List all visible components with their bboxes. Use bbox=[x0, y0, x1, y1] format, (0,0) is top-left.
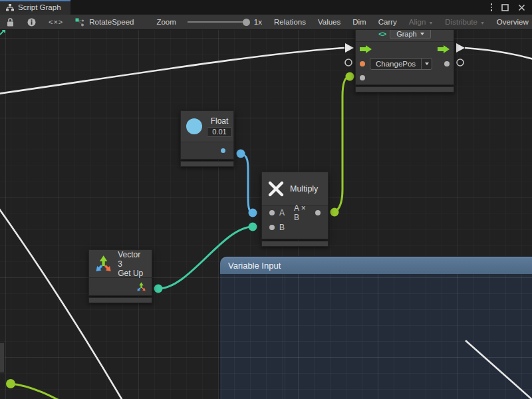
vector3-output-port-icon[interactable] bbox=[136, 282, 146, 292]
info-button[interactable] bbox=[21, 15, 43, 29]
float-node-title: Float bbox=[211, 116, 229, 126]
tab-bar: Script Graph bbox=[0, 0, 532, 15]
org-chart-icon bbox=[6, 4, 14, 11]
multiply-x-icon bbox=[267, 180, 285, 198]
vector3-node-subtitle: Get Up bbox=[118, 269, 146, 278]
kebab-menu-icon[interactable] bbox=[491, 3, 493, 11]
input-b-label: B bbox=[279, 223, 285, 232]
chevron-down-icon: ▼ bbox=[480, 21, 485, 25]
offscreen-node-fragment[interactable] bbox=[0, 342, 5, 373]
toolbar: <×> RotateSpeed Zoom 1x Relations Values… bbox=[0, 15, 532, 30]
event-node[interactable]: <> Graph ChangePos bbox=[355, 25, 454, 92]
zoom-slider[interactable] bbox=[182, 15, 254, 29]
toolbar-button-overview[interactable]: Overview bbox=[491, 15, 532, 29]
multiply-node[interactable]: Multiply A A × B B bbox=[261, 172, 329, 247]
multiply-node-title: Multiply bbox=[290, 184, 318, 194]
input-b-port[interactable] bbox=[269, 225, 275, 230]
chevron-down-icon: ▼ bbox=[428, 21, 433, 25]
float-node[interactable]: Float 0.01 bbox=[180, 110, 234, 167]
mini-graph-icon bbox=[75, 18, 84, 27]
input-a-label: A bbox=[279, 208, 285, 217]
group-panel-header[interactable]: Variable Input bbox=[220, 257, 532, 274]
value-port-in[interactable] bbox=[360, 75, 365, 80]
toolbar-button-values[interactable]: Values bbox=[312, 15, 346, 29]
graph-brackets-icon: <> bbox=[378, 30, 386, 38]
variable-dropdown-value: ChangePos bbox=[370, 60, 421, 68]
lock-icon bbox=[7, 18, 14, 27]
code-view-button[interactable]: <×> bbox=[43, 15, 69, 29]
group-panel-body bbox=[220, 274, 532, 399]
tab-label: Script Graph bbox=[18, 3, 61, 11]
zoom-label: Zoom bbox=[150, 15, 182, 29]
toolbar-button-dim[interactable]: Dim bbox=[346, 15, 372, 29]
graph-reference-label: RotateSpeed bbox=[89, 18, 134, 26]
close-icon[interactable] bbox=[518, 4, 525, 11]
float-output-port[interactable] bbox=[221, 148, 225, 153]
vector3-node-footer bbox=[88, 297, 152, 303]
graph-dropdown-label: Graph bbox=[396, 30, 417, 38]
zoom-slider-handle[interactable] bbox=[243, 19, 250, 26]
control-in-arrow-icon[interactable] bbox=[360, 45, 372, 53]
float-node-footer bbox=[180, 161, 234, 167]
toolbar-button-carry[interactable]: Carry bbox=[372, 15, 403, 29]
chevron-down-icon bbox=[420, 33, 424, 35]
zoom-level: 1x bbox=[254, 15, 268, 29]
script-graph-window: Variable Input bbox=[0, 0, 532, 399]
group-panel-title: Variable Input bbox=[228, 261, 281, 271]
toolbar-button-relations[interactable]: Relations bbox=[268, 15, 312, 29]
lock-button[interactable] bbox=[0, 15, 21, 29]
control-out-arrow-icon[interactable] bbox=[438, 45, 450, 53]
tab-script-graph[interactable]: Script Graph bbox=[0, 0, 70, 15]
graph-reference-button[interactable]: RotateSpeed bbox=[69, 15, 140, 29]
value-port-out[interactable] bbox=[444, 61, 450, 66]
zoom-slider-track[interactable] bbox=[188, 21, 249, 23]
group-panel-variable-input[interactable]: Variable Input bbox=[220, 257, 532, 399]
info-circle-icon bbox=[27, 18, 36, 27]
vector3-node-title: Vector 3 bbox=[118, 250, 146, 269]
vector3-getup-node[interactable]: Vector 3 Get Up bbox=[88, 249, 152, 303]
code-icon: <×> bbox=[49, 18, 63, 26]
value-port-orange[interactable] bbox=[360, 61, 365, 66]
multiply-node-footer bbox=[261, 241, 329, 247]
input-a-port[interactable] bbox=[269, 210, 275, 215]
three-arrows-icon bbox=[94, 255, 112, 273]
toolbar-button-distribute[interactable]: Distribute▼ bbox=[439, 15, 491, 29]
output-port[interactable] bbox=[315, 210, 321, 215]
event-node-footer bbox=[355, 86, 454, 92]
toolbar-button-align[interactable]: Align▼ bbox=[403, 15, 440, 29]
maximize-icon[interactable] bbox=[501, 4, 509, 11]
dropdown-arrow[interactable] bbox=[421, 59, 432, 69]
float-type-icon bbox=[186, 118, 202, 134]
variable-dropdown[interactable]: ChangePos bbox=[370, 58, 432, 70]
output-label: A × B bbox=[294, 203, 311, 222]
float-value-field[interactable]: 0.01 bbox=[207, 127, 232, 137]
